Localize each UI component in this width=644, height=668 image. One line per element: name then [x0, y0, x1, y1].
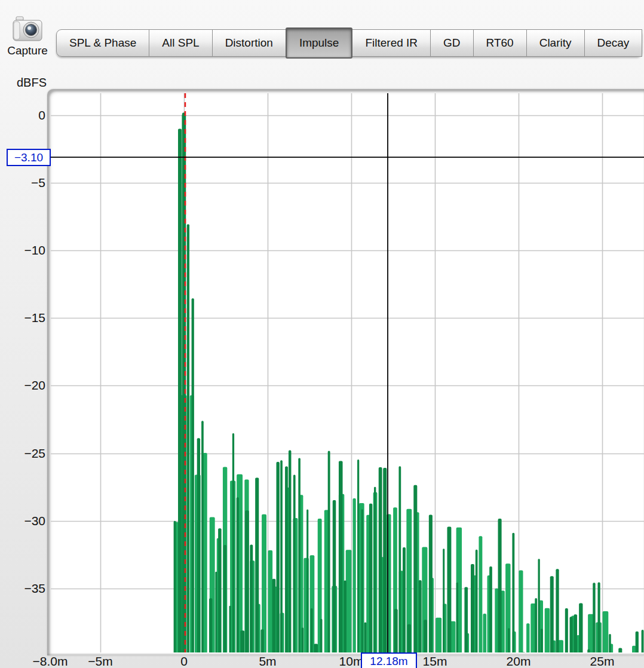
tab-filtered-ir[interactable]: Filtered IR — [352, 29, 431, 57]
x-tick-label: 5m — [259, 654, 276, 668]
rew-impulse-window: Capture SPL & PhaseAll SPLDistortionImpu… — [0, 0, 644, 668]
tab-clarity[interactable]: Clarity — [526, 29, 585, 57]
y-tick-label: −10 — [0, 244, 45, 257]
y-tick-label: 0 — [0, 109, 45, 122]
y-tick-label: −30 — [0, 514, 45, 528]
x-tick-label: 15m — [423, 654, 447, 668]
cursor-level-value: −3.10 — [14, 151, 43, 164]
x-tick-label: −5m — [88, 654, 112, 668]
y-tick-label: −5 — [0, 176, 45, 189]
y-tick-label: −35 — [0, 582, 45, 595]
graph-tab-bar: SPL & PhaseAll SPLDistortionImpulseFilte… — [56, 29, 642, 57]
cursor-time-value: 12.18m — [370, 655, 407, 668]
x-tick-label: 25m — [590, 654, 615, 668]
camera-icon — [0, 16, 55, 43]
tab-gd[interactable]: GD — [430, 29, 474, 57]
y-axis-unit-label: dBFS — [0, 76, 47, 90]
tab-spl-phase[interactable]: SPL & Phase — [56, 29, 149, 57]
cursor-time-readout: 12.18m — [361, 652, 417, 668]
capture-button-label: Capture — [0, 44, 55, 57]
impulse-plot-canvas[interactable] — [51, 93, 644, 652]
y-tick-label: −15 — [0, 311, 45, 324]
x-tick-label: −8.0m — [33, 654, 68, 668]
tab-rt60[interactable]: RT60 — [473, 29, 527, 57]
y-tick-label: −25 — [0, 447, 45, 460]
x-tick-label: 0 — [180, 654, 188, 668]
tab-distortion[interactable]: Distortion — [212, 29, 286, 57]
x-tick-label: 20m — [507, 654, 531, 668]
tab-all-spl[interactable]: All SPL — [149, 29, 212, 57]
tab-impulse[interactable]: Impulse — [286, 27, 353, 59]
x-tick-label: 10m — [339, 654, 364, 668]
tab-decay[interactable]: Decay — [584, 29, 643, 57]
y-tick-label: −20 — [0, 379, 45, 392]
capture-button[interactable]: Capture — [0, 16, 55, 57]
cursor-level-readout: −3.10 — [7, 149, 51, 166]
